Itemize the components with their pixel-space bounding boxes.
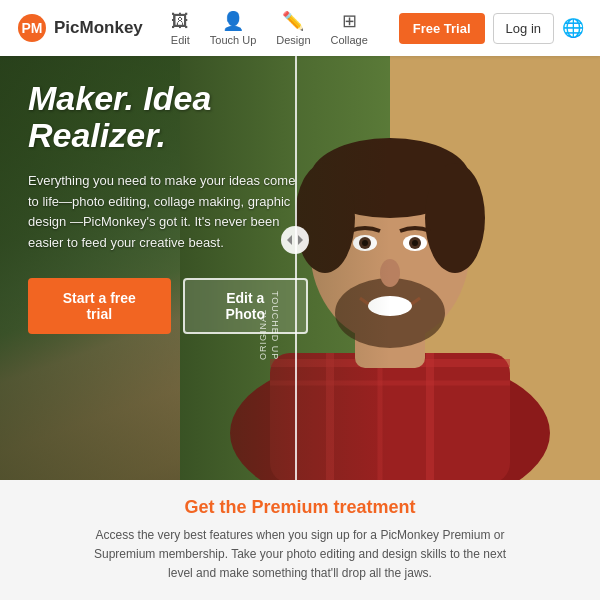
globe-icon[interactable]: 🌐 bbox=[562, 17, 584, 39]
svg-marker-26 bbox=[298, 235, 303, 245]
nav-item-touchup-label: Touch Up bbox=[210, 34, 256, 46]
logo-text: PicMonkey bbox=[54, 18, 143, 38]
login-button[interactable]: Log in bbox=[493, 13, 554, 44]
nav-right: Free Trial Log in 🌐 bbox=[399, 13, 584, 44]
collage-icon: ⊞ bbox=[342, 10, 357, 32]
nav-item-collage-label: Collage bbox=[331, 34, 368, 46]
label-touched-up: TOUCHED UP bbox=[270, 291, 280, 360]
svg-marker-25 bbox=[287, 235, 292, 245]
premium-title-end: treatment bbox=[329, 497, 416, 517]
design-icon: ✏️ bbox=[282, 10, 304, 32]
premium-title-start: Get the bbox=[184, 497, 251, 517]
nav-item-design[interactable]: ✏️ Design bbox=[268, 6, 318, 50]
hero-content: Maker. Idea Realizer. Everything you nee… bbox=[28, 80, 308, 334]
premium-section: Get the Premium treatment Access the ver… bbox=[0, 480, 600, 600]
start-trial-button[interactable]: Start a free trial bbox=[28, 278, 171, 334]
touchup-icon: 👤 bbox=[222, 10, 244, 32]
slider-handle[interactable] bbox=[281, 226, 309, 254]
nav-item-touchup[interactable]: 👤 Touch Up bbox=[202, 6, 264, 50]
hero-headline: Maker. Idea Realizer. bbox=[28, 80, 308, 155]
logo-icon: PM bbox=[16, 12, 48, 44]
logo[interactable]: PM PicMonkey bbox=[16, 12, 143, 44]
edit-photo-button[interactable]: Edit a Photo bbox=[183, 278, 309, 334]
nav-item-collage[interactable]: ⊞ Collage bbox=[323, 6, 376, 50]
premium-title-accent: Premium bbox=[251, 497, 328, 517]
edit-icon: 🖼 bbox=[171, 11, 189, 32]
label-original: ORIGINAL bbox=[258, 309, 268, 360]
navbar: PM PicMonkey 🖼 Edit 👤 Touch Up ✏️ Design… bbox=[0, 0, 600, 56]
nav-item-edit-label: Edit bbox=[171, 34, 190, 46]
nav-items: 🖼 Edit 👤 Touch Up ✏️ Design ⊞ Collage bbox=[163, 6, 399, 50]
hero-subtext: Everything you need to make your ideas c… bbox=[28, 171, 308, 254]
hero-section: ORIGINAL TOUCHED UP Maker. Idea Realizer… bbox=[0, 0, 600, 480]
premium-title: Get the Premium treatment bbox=[184, 497, 415, 518]
free-trial-button[interactable]: Free Trial bbox=[399, 13, 485, 44]
slider-arrows-icon bbox=[287, 234, 303, 246]
premium-description: Access the very best features when you s… bbox=[90, 526, 510, 584]
svg-text:PM: PM bbox=[22, 20, 43, 36]
nav-item-edit[interactable]: 🖼 Edit bbox=[163, 7, 198, 50]
nav-item-design-label: Design bbox=[276, 34, 310, 46]
